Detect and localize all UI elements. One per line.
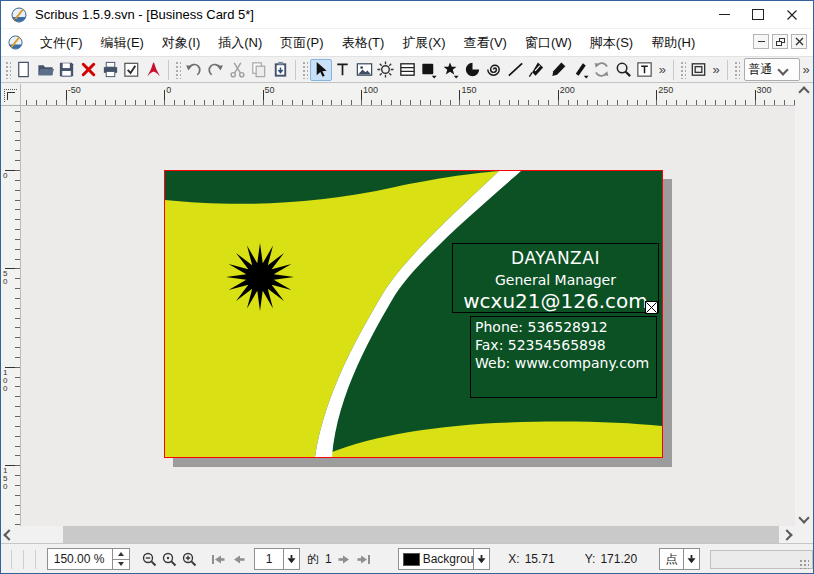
total-pages-value: 1	[325, 552, 332, 566]
window-close-button[interactable]	[775, 1, 809, 28]
menu-extras[interactable]: 扩展(X)	[393, 29, 454, 56]
text-overflow-indicator-icon[interactable]	[645, 301, 658, 314]
layer-combo-dropdown-button[interactable]	[473, 549, 489, 569]
last-page-button[interactable]	[355, 549, 373, 569]
card-starburst-shape[interactable]	[226, 243, 294, 311]
menu-file[interactable]: 文件(F)	[31, 29, 92, 56]
insert-shape-button[interactable]	[418, 59, 440, 81]
insert-arc-button[interactable]	[461, 59, 483, 81]
toolbar-drag-handle[interactable]	[680, 61, 686, 79]
open-document-button[interactable]	[35, 59, 57, 81]
mdi-restore-button[interactable]	[772, 34, 788, 49]
edit-contents-button[interactable]	[634, 59, 656, 81]
menu-help[interactable]: 帮助(H)	[642, 29, 704, 56]
toolbar-drag-handle[interactable]	[175, 61, 181, 79]
preflight-verifier-button[interactable]	[121, 59, 143, 81]
new-document-button[interactable]	[13, 59, 35, 81]
menu-windows[interactable]: 窗口(W)	[516, 29, 581, 56]
unit-combobox[interactable]: 点	[659, 548, 700, 570]
toolbar-drag-handle[interactable]	[734, 61, 740, 79]
vertical-ruler[interactable]: 0 50 100 150	[1, 106, 21, 526]
menu-script[interactable]: 脚本(S)	[581, 29, 642, 56]
zoom-spin-up-button[interactable]	[113, 549, 129, 560]
insert-bezier-curve-button[interactable]	[526, 59, 548, 81]
document-canvas[interactable]: DAYANZAI General Manager wcxu21@126.com …	[21, 106, 795, 526]
toolbar-separator	[295, 60, 296, 80]
zoom-100-button[interactable]	[160, 549, 178, 569]
new-document-icon	[14, 60, 33, 79]
insert-table-button[interactable]	[396, 59, 418, 81]
toolbar-overflow-button[interactable]: »	[656, 62, 669, 77]
scroll-right-button[interactable]	[779, 526, 795, 543]
cut-button[interactable]	[226, 59, 248, 81]
mdi-minimize-button[interactable]	[753, 34, 769, 49]
scroll-up-button[interactable]	[795, 84, 813, 100]
insert-polygon-button[interactable]	[440, 59, 462, 81]
mdi-close-button[interactable]	[791, 34, 807, 49]
previous-page-button[interactable]	[229, 549, 247, 569]
rotate-item-button[interactable]	[591, 59, 613, 81]
window-minimize-button[interactable]	[707, 1, 741, 28]
page-combo-dropdown-button[interactable]	[283, 549, 299, 569]
horizontal-ruler[interactable]: -50 0 50 100 150 200 250 300	[21, 84, 795, 106]
zoom-spin-down-button[interactable]	[113, 560, 129, 570]
view-mode-combobox[interactable]: 普通	[744, 58, 800, 81]
horizontal-scrollbar-thumb[interactable]	[17, 526, 63, 543]
text-frame-details[interactable]: Phone: 536528912 Fax: 52354565898 Web: w…	[470, 316, 657, 398]
maximize-icon	[752, 9, 764, 20]
insert-text-frame-button[interactable]	[332, 59, 354, 81]
toolbar-overflow-button[interactable]: »	[800, 62, 813, 77]
redo-button[interactable]	[205, 59, 227, 81]
horizontal-scrollbar[interactable]	[1, 526, 795, 543]
close-document-button[interactable]	[78, 59, 100, 81]
first-page-button[interactable]	[209, 549, 227, 569]
unit-value: 点	[660, 551, 683, 568]
zoom-in-button[interactable]	[181, 549, 199, 569]
x-value: 15.71	[525, 552, 555, 566]
zoom-out-button[interactable]	[140, 549, 158, 569]
vertical-scrollbar[interactable]	[795, 84, 813, 526]
text-frame-contact[interactable]: DAYANZAI General Manager wcxu21@126.com	[452, 243, 659, 313]
insert-freehand-line-button[interactable]	[548, 59, 570, 81]
menu-item-object[interactable]: 对象(I)	[153, 29, 209, 56]
toolbar-drag-handle[interactable]	[5, 61, 11, 79]
window-resize-grip[interactable]	[799, 559, 809, 569]
link-text-frames-button[interactable]	[688, 59, 710, 81]
shape-icon	[419, 60, 438, 79]
insert-line-button[interactable]	[504, 59, 526, 81]
insert-calligraphic-line-button[interactable]	[569, 59, 591, 81]
last-page-icon	[356, 552, 372, 567]
insert-render-frame-button[interactable]	[375, 59, 397, 81]
save-document-button[interactable]	[56, 59, 78, 81]
copy-button[interactable]	[248, 59, 270, 81]
menu-table[interactable]: 表格(T)	[333, 29, 394, 56]
paste-button[interactable]	[269, 59, 291, 81]
menu-edit[interactable]: 编辑(E)	[92, 29, 153, 56]
menu-insert[interactable]: 插入(N)	[209, 29, 271, 56]
layer-combobox[interactable]: Backgrou	[398, 548, 491, 570]
next-page-button[interactable]	[335, 549, 353, 569]
unit-combo-dropdown-button[interactable]	[683, 549, 699, 569]
window-maximize-button[interactable]	[741, 1, 775, 28]
print-document-button[interactable]	[99, 59, 121, 81]
select-item-button[interactable]	[310, 59, 332, 81]
scroll-down-button[interactable]	[795, 510, 813, 526]
undo-button[interactable]	[183, 59, 205, 81]
ruler-origin-corner[interactable]	[1, 84, 21, 106]
menu-view[interactable]: 查看(V)	[455, 29, 516, 56]
scroll-left-button[interactable]	[1, 526, 17, 543]
toolbar-drag-handle[interactable]	[302, 61, 308, 79]
business-card-page[interactable]: DAYANZAI General Manager wcxu21@126.com …	[164, 170, 663, 458]
toolbar-overflow-button[interactable]: »	[709, 62, 722, 77]
menu-page[interactable]: 页面(P)	[271, 29, 332, 56]
page-number-combobox[interactable]: 1	[254, 548, 300, 570]
export-pdf-button[interactable]	[143, 59, 165, 81]
insert-spiral-button[interactable]	[483, 59, 505, 81]
insert-image-frame-button[interactable]	[353, 59, 375, 81]
zoom-level-spinbox[interactable]: 150.00 %	[47, 548, 130, 570]
zoom-tool-button[interactable]	[613, 59, 635, 81]
chevron-down-icon	[798, 512, 809, 523]
save-floppy-icon	[57, 60, 76, 79]
card-phone-text: Phone: 536528912	[475, 318, 652, 336]
vertical-scrollbar-thumb[interactable]	[795, 100, 813, 510]
